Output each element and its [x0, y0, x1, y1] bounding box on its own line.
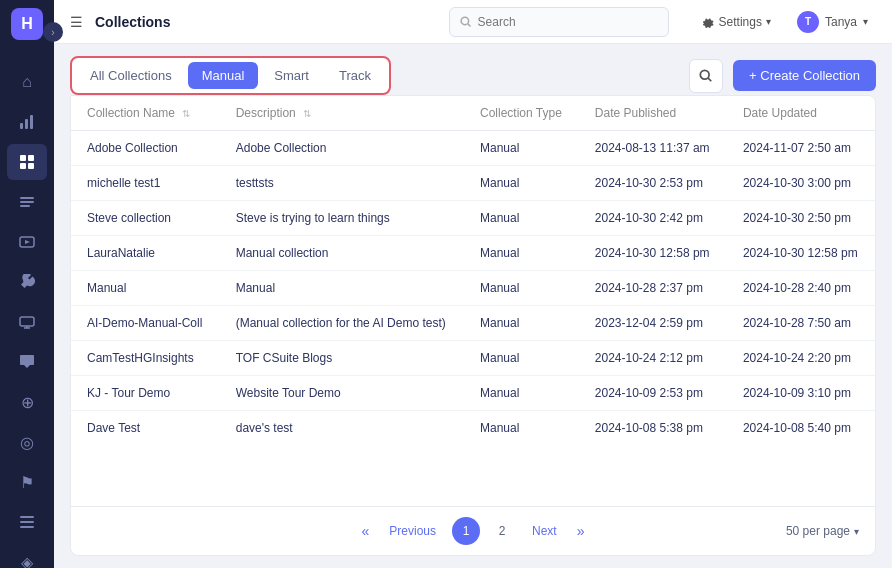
svg-line-21 [708, 78, 711, 81]
cell-published: 2024-10-30 2:53 pm [579, 166, 727, 201]
cell-name: Adobe Collection [71, 131, 220, 166]
cell-description: (Manual collection for the AI Demo test) [220, 306, 464, 341]
tab-all-collections[interactable]: All Collections [76, 62, 186, 89]
svg-marker-11 [25, 240, 30, 244]
next-page-button[interactable]: Next [524, 520, 565, 542]
table-row[interactable]: Manual Manual Manual 2024-10-28 2:37 pm … [71, 271, 875, 306]
cell-name: KJ - Tour Demo [71, 376, 220, 411]
cell-updated: 2024-10-30 2:50 pm [727, 201, 875, 236]
topbar-icon: ☰ [70, 14, 83, 30]
page-2-button[interactable]: 2 [488, 517, 516, 545]
user-name: Tanya [825, 15, 857, 29]
cell-updated: 2024-11-07 2:50 am [727, 131, 875, 166]
table-row[interactable]: LauraNatalie Manual collection Manual 20… [71, 236, 875, 271]
table-header: Collection Name ⇅ Description ⇅ Collecti… [71, 96, 875, 131]
cell-type: Manual [464, 236, 579, 271]
cell-description: testtsts [220, 166, 464, 201]
content-area: All Collections Manual Smart Track + Cre… [54, 44, 892, 568]
tab-track[interactable]: Track [325, 62, 385, 89]
cell-type: Manual [464, 411, 579, 446]
app-logo: H [11, 8, 43, 40]
sidebar-item-profile[interactable]: ◎ [7, 424, 47, 460]
cell-name: LauraNatalie [71, 236, 220, 271]
svg-rect-6 [28, 163, 34, 169]
search-input[interactable] [478, 15, 658, 29]
cell-updated: 2024-10-28 2:40 pm [727, 271, 875, 306]
svg-rect-4 [28, 155, 34, 161]
pagination: « Previous 1 2 Next » 50 per page ▾ [71, 506, 875, 555]
cell-published: 2023-12-04 2:59 pm [579, 306, 727, 341]
table-row[interactable]: michelle test1 testtsts Manual 2024-10-3… [71, 166, 875, 201]
sidebar-toggle[interactable]: › [43, 22, 63, 42]
sidebar-item-settings[interactable]: ⊕ [7, 384, 47, 420]
sidebar-item-tools[interactable] [7, 264, 47, 300]
sidebar-item-tv[interactable] [7, 304, 47, 340]
sidebar-item-media[interactable] [7, 224, 47, 260]
col-name: Collection Name ⇅ [71, 96, 220, 131]
table-row[interactable]: Steve collection Steve is trying to lear… [71, 201, 875, 236]
svg-rect-8 [20, 201, 34, 203]
table-row[interactable]: Adobe Collection Adobe Collection Manual… [71, 131, 875, 166]
sort-icon-desc: ⇅ [303, 108, 311, 119]
cell-published: 2024-10-28 2:37 pm [579, 271, 727, 306]
sidebar-item-analytics[interactable] [7, 104, 47, 140]
search-box[interactable] [449, 7, 669, 37]
svg-rect-16 [20, 521, 34, 523]
table-row[interactable]: CamTestHGInsights TOF CSuite Blogs Manua… [71, 341, 875, 376]
settings-button[interactable]: Settings ▾ [693, 11, 779, 33]
tab-manual[interactable]: Manual [188, 62, 259, 89]
tab-smart[interactable]: Smart [260, 62, 323, 89]
table-body: Adobe Collection Adobe Collection Manual… [71, 131, 875, 446]
cell-updated: 2024-10-28 7:50 am [727, 306, 875, 341]
cell-description: Adobe Collection [220, 131, 464, 166]
cell-description: Website Tour Demo [220, 376, 464, 411]
svg-rect-0 [20, 123, 23, 129]
col-published: Date Published [579, 96, 727, 131]
cell-name: Steve collection [71, 201, 220, 236]
sidebar-item-list[interactable]: ◈ [7, 544, 47, 568]
svg-rect-3 [20, 155, 26, 161]
user-avatar: T [797, 11, 819, 33]
table-row[interactable]: AI-Demo-Manual-Coll (Manual collection f… [71, 306, 875, 341]
sidebar-item-content[interactable] [7, 184, 47, 220]
svg-rect-7 [20, 197, 34, 199]
cell-updated: 2024-10-08 5:40 pm [727, 411, 875, 446]
settings-chevron: ▾ [766, 16, 771, 27]
cell-published: 2024-08-13 11:37 am [579, 131, 727, 166]
cell-description: Manual [220, 271, 464, 306]
cell-name: CamTestHGInsights [71, 341, 220, 376]
sidebar-item-bars[interactable] [7, 504, 47, 540]
first-page-button[interactable]: « [358, 519, 374, 543]
sidebar-item-collections[interactable] [7, 144, 47, 180]
cell-updated: 2024-10-24 2:20 pm [727, 341, 875, 376]
cell-name: Manual [71, 271, 220, 306]
cell-published: 2024-10-08 5:38 pm [579, 411, 727, 446]
cell-published: 2024-10-09 2:53 pm [579, 376, 727, 411]
sidebar-item-home[interactable]: ⌂ [7, 64, 47, 100]
cell-type: Manual [464, 131, 579, 166]
table-search-button[interactable] [689, 59, 723, 93]
main-content: ☰ Collections Settings ▾ T Tanya ▾ All C… [54, 0, 892, 568]
table-wrapper: Collection Name ⇅ Description ⇅ Collecti… [71, 96, 875, 506]
topbar: ☰ Collections Settings ▾ T Tanya ▾ [54, 0, 892, 44]
cell-updated: 2024-10-09 3:10 pm [727, 376, 875, 411]
cell-type: Manual [464, 271, 579, 306]
cell-description: TOF CSuite Blogs [220, 341, 464, 376]
previous-page-button[interactable]: Previous [381, 520, 444, 542]
last-page-button[interactable]: » [573, 519, 589, 543]
table-row[interactable]: KJ - Tour Demo Website Tour Demo Manual … [71, 376, 875, 411]
cell-type: Manual [464, 376, 579, 411]
page-1-button[interactable]: 1 [452, 517, 480, 545]
col-description: Description ⇅ [220, 96, 464, 131]
collections-table-container: Collection Name ⇅ Description ⇅ Collecti… [70, 95, 876, 556]
svg-rect-17 [20, 526, 34, 528]
table-row[interactable]: Dave Test dave's test Manual 2024-10-08 … [71, 411, 875, 446]
svg-rect-15 [20, 516, 34, 518]
per-page-selector[interactable]: 50 per page ▾ [786, 524, 859, 538]
svg-point-20 [700, 70, 709, 79]
sidebar-item-flag[interactable]: ⚑ [7, 464, 47, 500]
sidebar-item-chat[interactable] [7, 344, 47, 380]
cell-published: 2024-10-30 2:42 pm [579, 201, 727, 236]
create-collection-button[interactable]: + Create Collection [733, 60, 876, 91]
user-menu[interactable]: T Tanya ▾ [789, 7, 876, 37]
